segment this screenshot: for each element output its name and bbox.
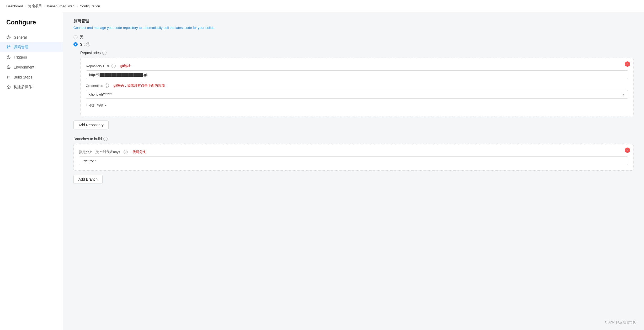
breadcrumb-dashboard[interactable]: Dashboard	[6, 4, 23, 8]
svg-point-3	[7, 46, 8, 47]
sidebar-item-source[interactable]: 源码管理	[0, 42, 63, 52]
repo-url-label: Repository URL ? git地址	[86, 64, 628, 68]
credentials-label: Credentials ? git密码，如果没有点击下面的添加	[86, 83, 628, 88]
repositories-help-icon[interactable]: ?	[102, 51, 107, 55]
repo-url-input[interactable]	[86, 70, 628, 79]
repo-card: ✕ Repository URL ? git地址 Credentials ? g…	[80, 58, 634, 116]
svg-point-2	[7, 48, 8, 49]
radio-none[interactable]: 无	[73, 35, 634, 40]
radio-none-label: 无	[80, 35, 83, 40]
branch-card: ✕ 指定分支（为空时代表any） ? 代码分支	[73, 144, 634, 171]
radio-git-label-group: Git ?	[80, 42, 90, 46]
sidebar-item-post-build[interactable]: 构建后操作	[0, 82, 63, 92]
credentials-help-icon[interactable]: ?	[105, 83, 109, 88]
radio-git-label: Git	[80, 42, 84, 46]
add-repository-button[interactable]: Add Repository	[73, 121, 109, 129]
clock-icon	[6, 55, 11, 60]
sidebar-title: Configure	[0, 19, 63, 32]
section-desc: Connect and manage your code repository …	[73, 26, 634, 30]
section-title: 源码管理	[73, 19, 634, 24]
sidebar: Configure General 源码管理	[0, 12, 63, 330]
add-branch-button[interactable]: Add Branch	[73, 175, 103, 184]
repo-url-annotation: git地址	[120, 64, 131, 68]
gear-icon	[6, 35, 11, 40]
close-branch-button[interactable]: ✕	[625, 148, 630, 153]
breadcrumb-project[interactable]: 海南项目	[28, 4, 42, 8]
radio-git-circle[interactable]	[73, 42, 78, 46]
svg-point-0	[8, 37, 9, 38]
branch-input[interactable]	[79, 156, 628, 165]
git-icon	[6, 45, 11, 50]
branches-label: Branches to build ?	[73, 137, 634, 141]
globe-icon	[6, 65, 11, 70]
sidebar-item-source-label: 源码管理	[14, 45, 28, 50]
sidebar-item-triggers[interactable]: Triggers	[0, 52, 63, 62]
sidebar-item-general[interactable]: General	[0, 32, 63, 42]
breadcrumb-sep-2: ›	[44, 4, 45, 8]
sidebar-item-environment[interactable]: Environment	[0, 62, 63, 72]
breadcrumb: Dashboard › 海南项目 › hainan_road_web › Con…	[0, 0, 644, 12]
branch-field-help-icon[interactable]: ?	[124, 150, 128, 154]
credentials-select-wrapper: chongwh/****** ▼	[86, 90, 628, 99]
close-repo-button[interactable]: ✕	[625, 61, 630, 67]
branch-field-label: 指定分支（为空时代表any） ? 代码分支	[79, 150, 628, 154]
list-icon	[6, 75, 11, 80]
breadcrumb-repo[interactable]: hainan_road_web	[47, 4, 74, 8]
box-icon	[6, 85, 11, 90]
sidebar-item-triggers-label: Triggers	[14, 55, 27, 59]
radio-group: 无 Git ?	[73, 35, 634, 46]
main-content: 源码管理 Connect and manage your code reposi…	[63, 12, 644, 330]
svg-rect-7	[7, 77, 8, 78]
advanced-toggle[interactable]: 高级 ▾	[97, 103, 107, 108]
sidebar-item-general-label: General	[14, 35, 27, 39]
sidebar-item-build-steps-label: Build Steps	[14, 75, 32, 79]
branches-help-icon[interactable]: ?	[103, 137, 108, 141]
chevron-down-icon: ▾	[105, 103, 107, 107]
repositories-label: Repositories ?	[80, 51, 634, 55]
breadcrumb-sep-1: ›	[25, 4, 26, 8]
svg-point-1	[9, 46, 10, 47]
sidebar-item-build-steps[interactable]: Build Steps	[0, 72, 63, 82]
repo-url-help-icon[interactable]: ?	[111, 64, 116, 68]
git-help-icon[interactable]: ?	[86, 42, 90, 46]
credentials-annotation: git密码，如果没有点击下面的添加	[114, 83, 165, 88]
radio-git[interactable]: Git ?	[73, 42, 634, 46]
credentials-select[interactable]: chongwh/******	[86, 90, 628, 99]
breadcrumb-sep-3: ›	[77, 4, 78, 8]
svg-rect-6	[7, 76, 8, 77]
radio-none-circle[interactable]	[73, 35, 78, 39]
watermark: CSDN @运维老司机	[605, 320, 636, 325]
add-credential-link[interactable]: + 添加	[86, 103, 95, 108]
branch-annotation: 代码分支	[132, 150, 146, 154]
sidebar-item-post-build-label: 构建后操作	[14, 85, 32, 90]
sidebar-item-environment-label: Environment	[14, 65, 34, 69]
breadcrumb-current: Configuration	[80, 4, 100, 8]
